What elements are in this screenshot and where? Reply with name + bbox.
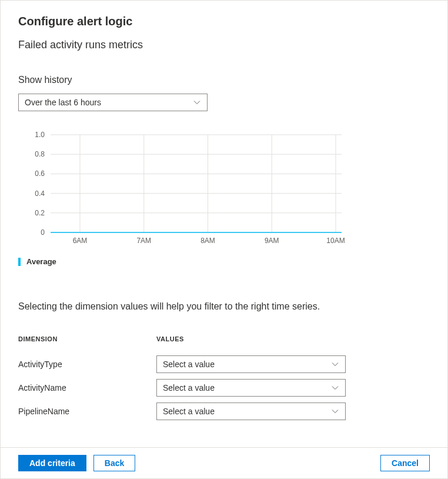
history-select-value: Over the last 6 hours [25, 98, 101, 107]
dimension-value-select[interactable]: Select a value [156, 379, 346, 397]
legend-color-swatch [18, 258, 21, 266]
dimension-value-placeholder: Select a value [163, 383, 215, 392]
chart-legend: Average [18, 257, 430, 266]
add-criteria-button[interactable]: Add criteria [18, 455, 86, 471]
dimension-name: ActivityType [18, 360, 156, 369]
svg-text:10AM: 10AM [326, 237, 345, 245]
svg-text:0.6: 0.6 [35, 169, 45, 178]
chevron-down-icon [331, 384, 339, 392]
history-chart: 00.20.40.60.81.06AM7AM8AM9AM10AM [18, 129, 430, 247]
dimension-header: DIMENSION [18, 335, 156, 342]
svg-text:8AM: 8AM [200, 237, 215, 245]
dimension-name: ActivityName [18, 383, 156, 392]
page-title: Configure alert logic [18, 15, 430, 28]
dimension-row: PipelineName Select a value [18, 403, 430, 420]
svg-text:6AM: 6AM [73, 237, 88, 245]
metric-subtitle: Failed activity runs metrics [18, 39, 430, 51]
dimension-table: DIMENSION VALUES ActivityType Select a v… [18, 335, 430, 420]
svg-text:7AM: 7AM [136, 237, 151, 245]
dimension-value-placeholder: Select a value [163, 407, 215, 416]
footer-bar: Add criteria Back Cancel [1, 447, 447, 478]
svg-text:1.0: 1.0 [35, 131, 45, 139]
svg-text:0.8: 0.8 [35, 150, 45, 158]
legend-label: Average [26, 257, 56, 266]
svg-text:0: 0 [41, 228, 45, 237]
chevron-down-icon [193, 98, 201, 107]
svg-text:9AM: 9AM [265, 237, 279, 245]
svg-text:0.2: 0.2 [35, 209, 45, 217]
dimension-name: PipelineName [18, 407, 156, 416]
back-button[interactable]: Back [93, 455, 135, 471]
values-header: VALUES [156, 335, 184, 342]
dimension-value-select[interactable]: Select a value [156, 403, 346, 420]
chevron-down-icon [331, 407, 339, 415]
dimension-hint: Selecting the dimension values will help… [18, 301, 430, 312]
cancel-button[interactable]: Cancel [380, 455, 430, 471]
dimension-row: ActivityName Select a value [18, 379, 430, 397]
history-label: Show history [18, 75, 430, 85]
dimension-value-placeholder: Select a value [163, 360, 215, 369]
dimension-row: ActivityType Select a value [18, 355, 430, 373]
chevron-down-icon [331, 360, 339, 368]
history-select[interactable]: Over the last 6 hours [18, 94, 208, 111]
svg-text:0.4: 0.4 [35, 189, 45, 198]
dimension-value-select[interactable]: Select a value [156, 355, 346, 373]
